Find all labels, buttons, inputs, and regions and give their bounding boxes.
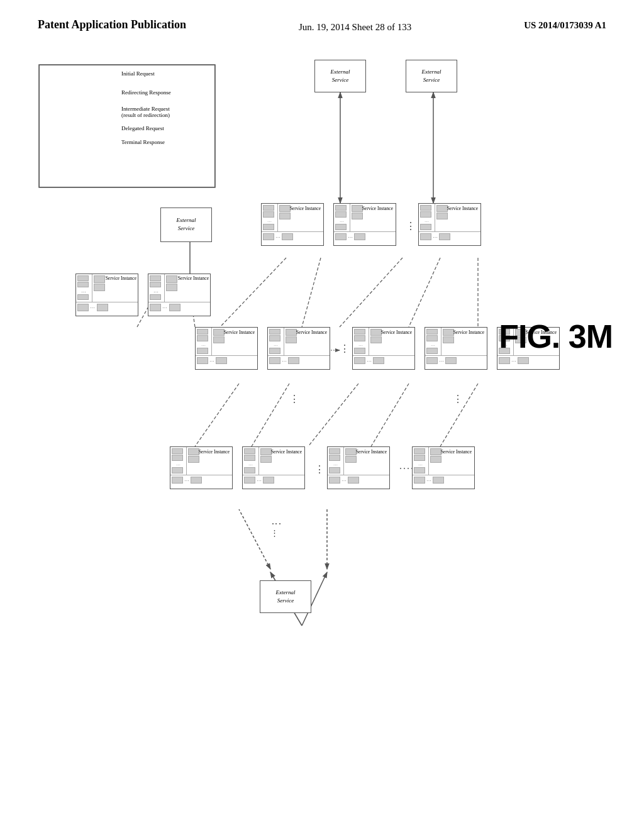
service-instance-r4-l1: Service Instance … … <box>170 446 233 489</box>
service-instance-r2-1: Service Instance … … <box>261 203 324 246</box>
service-instance-r4-r2: Service Instance … … <box>412 446 475 489</box>
svg-line-18 <box>252 384 289 446</box>
dots-between-r3-r4-2: ⋮ <box>453 393 464 405</box>
dots-below-r4-2: ⋮ <box>270 528 280 538</box>
svg-line-17 <box>195 384 239 446</box>
ext-service-top-2: ExternalService <box>406 60 457 92</box>
legend-item-redirecting: Redirecting Response <box>121 89 212 96</box>
svg-line-22 <box>239 509 270 569</box>
svg-line-14 <box>340 258 402 327</box>
publication-number: US 2014/0173039 A1 <box>524 18 606 31</box>
legend-box: Initial Request Redirecting Response Int… <box>39 65 215 187</box>
ext-service-mid-left: ExternalService <box>160 208 212 242</box>
ext-service-bottom: ExternalService <box>260 580 311 613</box>
service-instance-r2-3: Service Instance … … <box>418 203 481 246</box>
publication-title: Patent Application Publication <box>38 18 186 32</box>
page-header: Patent Application Publication Jun. 19, … <box>0 0 644 35</box>
legend-item-intermediate: Intermediate Request(result of redirecti… <box>121 106 212 119</box>
service-instance-r2-l1: Service Instance … … <box>75 274 138 316</box>
svg-line-19 <box>308 384 358 446</box>
service-instance-r3-l1: Service Instance … … <box>195 327 258 370</box>
service-instance-r2-l2: Service Instance … … <box>148 274 211 316</box>
svg-line-12 <box>220 258 286 327</box>
svg-line-13 <box>302 258 321 327</box>
publication-date-sheet: Jun. 19, 2014 Sheet 28 of 133 <box>299 18 411 35</box>
service-instance-r3-r2: Service Instance … … <box>425 327 487 370</box>
dots-row3: ⋮ <box>340 343 351 355</box>
dots-row2: ⋮ <box>406 220 417 232</box>
service-instance-r3-r1: Service Instance … … <box>352 327 415 370</box>
diagram-area: Initial Request Redirecting Response Int… <box>0 41 644 795</box>
fig-label: FIG. 3M <box>499 318 613 355</box>
ext-service-top-1: ExternalService <box>314 60 366 92</box>
dots-row4-center: ⋮ <box>314 463 326 475</box>
legend-item-initial: Initial Request <box>121 70 212 77</box>
service-instance-r4-r1: Service Instance … … <box>327 446 390 489</box>
service-instance-r3-l2: Service Instance … … <box>267 327 330 370</box>
legend-item-terminal: Terminal Response <box>121 139 212 145</box>
service-instance-r2-2: Service Instance … … <box>333 203 396 246</box>
legend-item-delegated: Delegated Request <box>121 125 212 131</box>
svg-line-15 <box>409 258 440 327</box>
dots-between-r3-r4: ⋮ <box>289 393 301 405</box>
svg-line-20 <box>371 384 409 446</box>
service-instance-r4-l2: Service Instance … … <box>242 446 305 489</box>
